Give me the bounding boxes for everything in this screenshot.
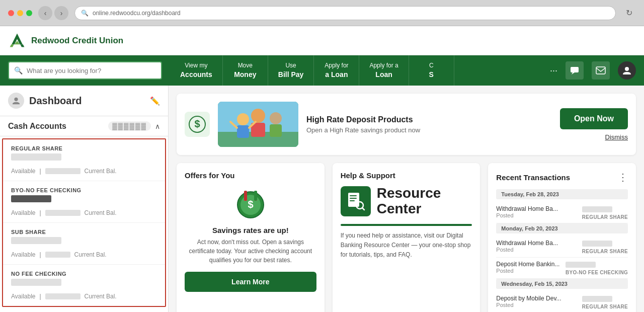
txn-item-1[interactable]: Withdrawal Home Ba... Posted REGULAR SHA… — [496, 202, 628, 223]
account-number-byo-no-fee — [11, 195, 51, 202]
txn-name-3: Deposit Home Bankin... — [496, 261, 559, 268]
current-bal-amount-byo — [45, 210, 80, 216]
transactions-menu-button[interactable]: ⋮ — [618, 171, 628, 183]
txn-item-3[interactable]: Deposit Home Bankin... Posted BYO-NO FEE… — [496, 258, 628, 279]
txn-status-2: Posted — [496, 247, 558, 253]
user-avatar[interactable] — [618, 61, 636, 80]
nav-item-view-accounts[interactable]: View my Accounts — [170, 55, 223, 86]
maximize-button[interactable] — [26, 10, 32, 16]
txn-status-3: Posted — [496, 268, 559, 274]
account-item-byo-no-fee[interactable]: BYO-NO FEE CHECKING Available | Current … — [3, 181, 165, 223]
separator-sub: | — [39, 251, 41, 258]
cash-accounts-chevron[interactable]: ∧ — [155, 122, 160, 130]
nav-more-button[interactable]: ··· — [550, 65, 557, 76]
cash-accounts-title: Cash Accounts — [8, 122, 66, 131]
account-balances-no-fee-checking: Available | Current Bal. — [11, 293, 157, 300]
offers-card-title: Offers for You — [185, 171, 316, 180]
txn-amount-1 — [582, 206, 612, 212]
txn-amount-4 — [582, 296, 612, 302]
accounts-list: REGULAR SHARE Available | Current Bal. B… — [2, 138, 166, 307]
current-bal-label-nfc: Current Bal. — [85, 293, 117, 300]
offers-content: $ Savings rates are up! Act now, don't m… — [185, 186, 316, 292]
nav-items: View my Accounts Move Money Use Bill Pay… — [170, 55, 542, 86]
nav-item-cs[interactable]: C S — [409, 55, 454, 86]
txn-item-4[interactable]: Deposit by Mobile Dev... Posted REGULAR … — [496, 292, 628, 312]
txn-date-feb28: Tuesday, Feb 28, 2023 — [496, 189, 628, 199]
nav-cs-bottom: S — [429, 70, 434, 79]
account-item-sub-share[interactable]: SUB SHARE Available | Current Bal. — [3, 223, 165, 265]
svg-point-7 — [625, 67, 629, 71]
svg-text:$: $ — [194, 118, 200, 129]
svg-point-17 — [270, 112, 282, 124]
mail-icon-button[interactable] — [592, 61, 610, 80]
logo-icon — [8, 32, 26, 50]
green-bar — [341, 224, 472, 226]
offers-heading: Savings rates are up! — [212, 226, 289, 235]
medal-icon-wrapper: $ — [233, 186, 268, 221]
transactions-card: Recent Transactions ⋮ Tuesday, Feb 28, 2… — [488, 163, 636, 312]
address-text: online.redwoodcu.org/dashboard — [93, 10, 181, 17]
dashboard-header: Dashboard ✏️ — [0, 86, 168, 116]
app-container: Redwood Credit Union 🔍 View my Accounts … — [0, 26, 644, 312]
open-now-button[interactable]: Open Now — [560, 108, 628, 129]
search-input[interactable] — [27, 67, 156, 74]
account-item-regular-share[interactable]: REGULAR SHARE Available | Current Bal. — [3, 139, 165, 181]
dashboard-title: Dashboard — [29, 95, 82, 107]
available-label-byo: Available — [11, 209, 35, 216]
dismiss-link[interactable]: Dismiss — [605, 133, 628, 141]
txn-item-2-left: Withdrawal Home Ba... Posted — [496, 240, 558, 253]
chat-icon-button[interactable] — [566, 61, 584, 80]
reload-button[interactable]: ↻ — [622, 6, 636, 20]
nav-item-move-money[interactable]: Move Money — [223, 55, 268, 86]
resource-center-icon — [341, 186, 371, 216]
nav-cs-top: C — [429, 62, 434, 70]
txn-item-1-left: Withdrawal Home Ba... Posted — [496, 205, 558, 218]
svg-rect-6 — [596, 67, 605, 74]
svg-marker-5 — [572, 72, 575, 74]
txn-amount-2 — [582, 241, 612, 247]
txn-date-feb20: Monday, Feb 20, 2023 — [496, 223, 628, 233]
nav-item-apply-loan[interactable]: Apply for a Loan — [314, 55, 359, 86]
promo-actions: Open Now Dismiss — [560, 108, 628, 141]
nav-bill-pay-top: Use — [285, 62, 296, 70]
cards-row: Offers for You $ — [177, 163, 636, 312]
address-bar[interactable]: 🔍 online.redwoodcu.org/dashboard — [74, 6, 616, 20]
txn-item-2[interactable]: Withdrawal Home Ba... Posted REGULAR SHA… — [496, 237, 628, 258]
promo-text: High Rate Deposit Products Open a High R… — [306, 115, 552, 134]
search-area: 🔍 — [0, 55, 170, 86]
back-button[interactable]: ‹ — [38, 6, 52, 20]
chat-icon — [570, 65, 580, 75]
dashboard-user-icon — [8, 93, 24, 109]
txn-amount-3 — [566, 262, 596, 268]
account-item-no-fee-checking[interactable]: NO FEE CHECKING Available | Current Bal. — [3, 265, 165, 306]
account-balances-regular-share: Available | Current Bal. — [11, 168, 157, 175]
close-button[interactable] — [8, 10, 14, 16]
edit-icon[interactable]: ✏️ — [150, 96, 160, 106]
current-bal-label-sub: Current Bal. — [74, 251, 107, 258]
transactions-title: Recent Transactions — [496, 173, 570, 182]
cash-accounts-total: ▓▓▓▓▓▓ — [108, 121, 151, 131]
account-balances-byo-no-fee: Available | Current Bal. — [11, 209, 157, 216]
txn-status-4: Posted — [496, 302, 561, 308]
nav-item-bill-pay[interactable]: Use Bill Pay — [268, 55, 314, 86]
separator-nfc: | — [39, 293, 41, 300]
txn-date-feb15: Wednesday, Feb 15, 2023 — [496, 279, 628, 289]
nav-actions: ··· — [542, 55, 644, 86]
help-card: Help & Support — [333, 163, 480, 312]
svg-rect-28 — [348, 193, 359, 207]
resource-center-box: ResourceCenter — [341, 186, 472, 217]
search-icon: 🔍 — [14, 66, 23, 74]
nav-item-apply-loan2[interactable]: Apply for a Loan — [359, 55, 409, 86]
avatar-icon — [622, 65, 632, 75]
svg-rect-31 — [350, 200, 355, 201]
svg-rect-27 — [254, 191, 257, 201]
forward-button[interactable]: › — [54, 6, 68, 20]
svg-rect-14 — [237, 125, 249, 138]
learn-more-button[interactable]: Learn More — [185, 272, 316, 292]
promo-description: Open a High Rate savings product now — [306, 126, 552, 134]
separator-byo: | — [39, 209, 41, 216]
minimize-button[interactable] — [17, 10, 23, 16]
cash-accounts-header: Cash Accounts ▓▓▓▓▓▓ ∧ — [0, 116, 168, 136]
search-box[interactable]: 🔍 — [8, 61, 162, 80]
promo-dollar-icon: $ — [185, 112, 210, 137]
